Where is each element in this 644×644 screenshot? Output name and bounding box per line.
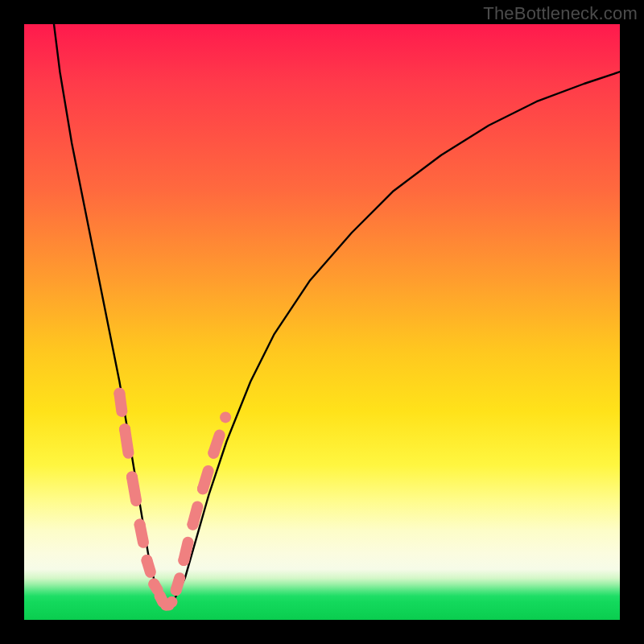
chart-svg — [24, 24, 620, 620]
marker-dot — [126, 471, 138, 482]
marker-dot — [220, 411, 231, 423]
chart-frame: TheBottleneck.com — [0, 0, 644, 644]
marker-layer — [114, 388, 231, 611]
marker-dot — [171, 584, 182, 596]
marker-dot — [134, 519, 146, 530]
marker-dot — [114, 388, 125, 399]
marker-dot — [208, 448, 219, 459]
marker-dot — [167, 597, 178, 608]
marker-dot — [141, 555, 152, 566]
marker-dot — [148, 579, 159, 590]
plot-area — [24, 24, 620, 620]
marker-dot — [197, 483, 208, 494]
marker-dot — [178, 555, 189, 566]
marker-dot — [187, 519, 198, 530]
marker-dot — [119, 423, 130, 435]
watermark-text: TheBottleneck.com — [483, 3, 638, 24]
